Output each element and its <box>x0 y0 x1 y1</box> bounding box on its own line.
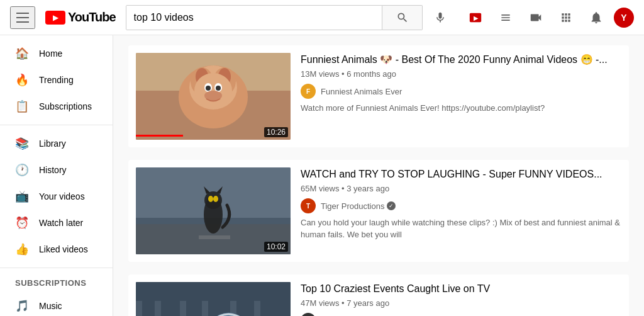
header: YouTube ▶ Y <box>0 0 644 35</box>
video-desc-1: Watch more of Funniest Animals Ever! htt… <box>301 103 621 114</box>
svg-text:▶: ▶ <box>474 14 479 21</box>
channel-name-2[interactable]: Tiger Productions ✓ <box>321 201 396 211</box>
notifications-button[interactable] <box>584 5 609 30</box>
svg-point-26 <box>213 196 218 202</box>
sidebar-item-trending-label: Trending <box>39 75 74 85</box>
liked-videos-icon: 👍 <box>15 242 29 256</box>
history-icon: 🕐 <box>15 163 29 177</box>
view-count-1: 13M views <box>301 69 339 79</box>
sidebar: 🏠 Home 🔥 Trending 📋 Subscriptions 📚 Libr… <box>0 35 113 316</box>
search-button[interactable] <box>382 5 423 30</box>
separator-2: • <box>341 184 347 193</box>
verified-icon-2: ✓ <box>387 201 396 210</box>
search-input[interactable] <box>126 6 382 30</box>
list-icon <box>499 11 512 24</box>
svg-rect-30 <box>142 295 155 316</box>
video-meta-1: 13M views • 6 months ago <box>301 69 621 79</box>
sidebar-item-subscriptions[interactable]: 📋 Subscriptions <box>0 93 113 120</box>
thumbnail-1[interactable]: 10:26 <box>136 53 291 140</box>
sidebar-item-subscriptions-label: Subscriptions <box>39 101 92 111</box>
channel-row-1: F Funniest Animals Ever <box>301 84 621 99</box>
channel-row-2: T Tiger Productions ✓ <box>301 198 621 213</box>
subscriptions-icon: 📋 <box>15 99 29 113</box>
channel-name-1[interactable]: Funniest Animals Ever <box>321 87 402 96</box>
sidebar-item-library[interactable]: 📚 Library <box>0 130 113 157</box>
logo[interactable]: YouTube <box>45 10 116 25</box>
user-avatar[interactable]: Y <box>614 8 634 28</box>
svg-rect-34 <box>236 293 254 316</box>
subscriptions-section-title: SUBSCRIPTIONS <box>0 273 113 293</box>
sidebar-item-history-label: History <box>39 165 67 175</box>
age-3: 7 years ago <box>347 298 389 308</box>
sidebar-item-watch-later[interactable]: ⏰ Watch later <box>0 210 113 236</box>
svg-point-14 <box>216 86 221 91</box>
duration-badge-2: 10:02 <box>264 242 288 252</box>
sidebar-item-library-label: Library <box>39 138 66 149</box>
channel-avatar-1[interactable]: F <box>301 84 316 99</box>
search-icon <box>396 11 409 24</box>
bell-icon <box>589 11 603 25</box>
view-count-3: 47M views <box>301 298 339 308</box>
watch-later-icon: ⏰ <box>15 216 29 230</box>
your-videos-icon: 📺 <box>15 189 29 203</box>
apps-icon <box>560 11 572 24</box>
view-count-2: 65M views <box>301 184 339 193</box>
apps-button[interactable] <box>553 5 579 30</box>
channel-row-3: W WatchMojo.com ✓ <box>301 313 621 316</box>
sidebar-item-history[interactable]: 🕐 History <box>0 157 113 183</box>
sidebar-item-your-videos[interactable]: 📺 Your videos <box>0 183 113 210</box>
sidebar-item-home[interactable]: 🏠 Home <box>0 40 113 67</box>
create-button[interactable] <box>523 5 548 30</box>
video-desc-2: Can you hold your laugh while watching t… <box>301 217 621 240</box>
table-row: 10:26 Funniest Animals 🐶 - Best Of The 2… <box>128 45 629 147</box>
trending-icon: 🔥 <box>15 73 29 87</box>
sidebar-item-trending[interactable]: 🔥 Trending <box>0 67 113 93</box>
sidebar-item-home-label: Home <box>39 48 62 59</box>
studio-button[interactable]: ▶ <box>463 5 488 30</box>
table-row: 8:07 Top 10 Craziest Events Caught Live … <box>128 274 629 316</box>
mic-icon <box>434 11 447 24</box>
logo-text: YouTube <box>68 10 116 25</box>
svg-point-22 <box>204 191 222 209</box>
thumbnail-3[interactable]: 8:07 <box>136 282 291 316</box>
svg-rect-16 <box>136 135 183 137</box>
duration-badge-1: 10:26 <box>264 127 288 137</box>
header-left: YouTube <box>10 6 116 29</box>
video-title-3[interactable]: Top 10 Craziest Events Caught Live on TV <box>301 282 621 296</box>
mic-button[interactable] <box>428 5 453 30</box>
nav-divider-2 <box>0 268 113 268</box>
separator-1: • <box>341 69 347 79</box>
youtube-logo-icon <box>45 11 65 25</box>
search-bar <box>126 5 453 30</box>
video-title-2[interactable]: WATCH and TRY TO STOP LAUGHING - Super F… <box>301 167 621 181</box>
svg-point-13 <box>206 86 211 91</box>
channel-avatar-2[interactable]: T <box>301 198 316 213</box>
sidebar-item-liked-videos-label: Liked videos <box>39 244 88 254</box>
svg-point-25 <box>208 196 213 202</box>
age-1: 6 months ago <box>347 69 396 79</box>
svg-rect-31 <box>161 298 180 316</box>
search-input-wrap <box>126 5 382 30</box>
sidebar-item-music[interactable]: 🎵 Music <box>0 293 113 316</box>
channel-avatar-3[interactable]: W <box>301 313 316 316</box>
home-icon: 🏠 <box>15 47 29 60</box>
age-2: 3 years ago <box>347 184 389 193</box>
video-info-2: WATCH and TRY TO STOP LAUGHING - Super F… <box>301 167 621 254</box>
page-layout: 🏠 Home 🔥 Trending 📋 Subscriptions 📚 Libr… <box>0 35 644 316</box>
create-icon <box>529 11 543 25</box>
nav-divider-1 <box>0 125 113 125</box>
svg-rect-32 <box>186 291 202 316</box>
video-meta-3: 47M views • 7 years ago <box>301 298 621 308</box>
thumbnail-2[interactable]: 10:02 <box>136 167 291 254</box>
svg-rect-35 <box>260 300 291 316</box>
studio-icon: ▶ <box>469 11 482 25</box>
sidebar-item-liked-videos[interactable]: 👍 Liked videos <box>0 236 113 262</box>
list-view-button[interactable] <box>493 5 518 30</box>
sidebar-item-music-label: Music <box>39 301 62 311</box>
sidebar-item-your-videos-label: Your videos <box>39 191 85 201</box>
music-icon: 🎵 <box>15 299 29 313</box>
library-icon: 📚 <box>15 137 29 150</box>
menu-button[interactable] <box>10 6 35 29</box>
video-info-3: Top 10 Craziest Events Caught Live on TV… <box>301 282 621 316</box>
video-title-1[interactable]: Funniest Animals 🐶 - Best Of The 2020 Fu… <box>301 53 621 67</box>
